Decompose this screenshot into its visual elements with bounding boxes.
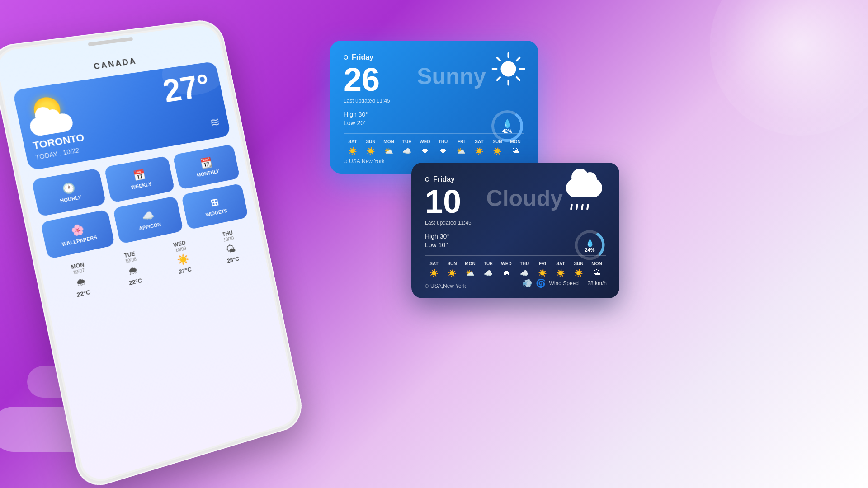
week-day-sat2: SAT☀️ bbox=[470, 139, 488, 155]
svg-point-8 bbox=[501, 61, 516, 77]
svg-rect-4 bbox=[508, 80, 509, 86]
card-dark-high-low: High 30° Low 10° bbox=[425, 233, 606, 249]
monthly-icon: 📆 bbox=[199, 156, 213, 169]
week-day-sat: SAT☀️ bbox=[344, 139, 362, 155]
card-dark-high: High 30° bbox=[425, 233, 606, 240]
card-blue-high: High 30° bbox=[344, 111, 524, 118]
weekly-button[interactable]: 📅 WEEKLY bbox=[104, 156, 175, 203]
wallpapers-label: WALLPAPERS bbox=[61, 235, 98, 247]
card-dark-location: USA,New York bbox=[425, 283, 466, 289]
forecast-day-tue: TUE 10/08 🌧 22°C bbox=[103, 246, 161, 291]
monthly-label: MONTHLY bbox=[196, 169, 220, 178]
card-dark-last-updated: Last updated 11:45 bbox=[425, 220, 606, 226]
phone-power-button bbox=[236, 94, 243, 119]
svg-rect-5 bbox=[496, 76, 501, 81]
phone-temperature: 27° bbox=[160, 69, 213, 107]
card-blue-high-low: High 30° Low 20° bbox=[344, 111, 524, 127]
widget-card-blue[interactable]: 💧 42% Friday 26 Last updated 11:45 High … bbox=[330, 41, 538, 174]
appicon-button[interactable]: ☁️ APPICON bbox=[113, 196, 183, 244]
week-day-thu: THU🌧 bbox=[434, 139, 452, 155]
hourly-icon: 🕐 bbox=[61, 182, 76, 196]
widget-card-dark[interactable]: 💧 24% Friday 10 Last updated 11:45 High … bbox=[411, 163, 619, 298]
phone-weather-icon bbox=[24, 94, 79, 137]
week-dark-mon2: MON🌤 bbox=[588, 261, 606, 277]
forecast-day-wed: WED 10/09 ☀️ 27°C bbox=[154, 236, 210, 279]
humidity-pct-blue: 42% bbox=[502, 128, 512, 134]
week-dark-mon: MON⛅ bbox=[461, 261, 479, 277]
phone-vol-up-button bbox=[5, 144, 14, 173]
widgets-label: WIDGETS bbox=[205, 208, 228, 217]
appicon-label: APPICON bbox=[138, 221, 161, 231]
card-dark-day: Friday bbox=[425, 175, 606, 183]
card-blue-last-updated: Last updated 11:45 bbox=[344, 98, 524, 104]
card-dark-condition: Cloudy bbox=[486, 185, 563, 211]
svg-rect-6 bbox=[492, 68, 498, 70]
card-dark-low: Low 10° bbox=[425, 241, 606, 249]
week-dark-fri: FRI☀️ bbox=[533, 261, 552, 277]
wallpapers-icon: 🌸 bbox=[70, 223, 85, 238]
weekly-icon: 📅 bbox=[132, 169, 146, 182]
monthly-button[interactable]: 📆 MONTHLY bbox=[173, 144, 240, 190]
card-dark-footer: USA,New York 💨 🌀 Wind Speed 28 km/h bbox=[425, 280, 606, 289]
card-blue-condition: Sunny bbox=[417, 63, 486, 89]
card-blue-day: Friday bbox=[344, 53, 524, 61]
week-dark-wed: WED🌧 bbox=[497, 261, 515, 277]
week-dark-sun: SUN☀️ bbox=[443, 261, 461, 277]
widgets-button[interactable]: ⊞ WIDGETS bbox=[181, 183, 249, 230]
location-dot-dark bbox=[425, 284, 429, 288]
location-dot-blue bbox=[344, 160, 347, 163]
weekly-label: WEEKLY bbox=[131, 181, 152, 190]
week-dark-sun2: SUN☀️ bbox=[570, 261, 588, 277]
week-dark-sat: SAT☀️ bbox=[425, 261, 443, 277]
wallpapers-button[interactable]: 🌸 WALLPAPERS bbox=[40, 209, 115, 259]
week-dark-thu: THU☁️ bbox=[515, 261, 533, 277]
week-day-tue: TUE☁️ bbox=[398, 139, 416, 155]
forecast-day-mon: MON 10/07 🌧 22°C bbox=[50, 257, 110, 303]
week-dark-sat2: SAT☀️ bbox=[552, 261, 570, 277]
svg-rect-2 bbox=[519, 68, 525, 70]
week-day-fri: FRI⛅ bbox=[452, 139, 470, 155]
hourly-button[interactable]: 🕐 HOURLY bbox=[32, 168, 106, 217]
week-day-mon: MON⛅ bbox=[380, 139, 398, 155]
appicon-icon: ☁️ bbox=[141, 209, 155, 223]
week-day-wed: WED🌧 bbox=[416, 139, 434, 155]
phone-wind-icon: ≋ bbox=[208, 114, 221, 130]
svg-rect-3 bbox=[515, 76, 521, 81]
forecast-day-thu: THU 10/10 🌤 28°C bbox=[203, 226, 257, 268]
card-blue-low: Low 20° bbox=[344, 119, 524, 127]
hourly-label: HOURLY bbox=[60, 194, 82, 204]
phone-mute-button bbox=[0, 121, 6, 138]
week-dark-tue: TUE☁️ bbox=[479, 261, 497, 277]
phone-vol-down-button bbox=[12, 179, 21, 207]
wind-speed-bar: 💨 🌀 Wind Speed 28 km/h bbox=[522, 278, 607, 288]
widgets-icon: ⊞ bbox=[209, 197, 219, 209]
week-day-sun: SUN☀️ bbox=[362, 139, 380, 155]
glow-decoration bbox=[710, 0, 868, 136]
